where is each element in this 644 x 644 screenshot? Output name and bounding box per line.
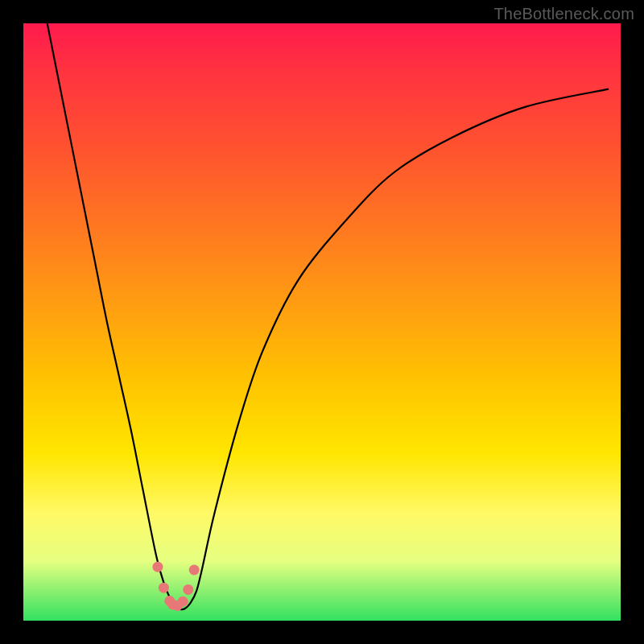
plot-area — [23, 23, 621, 621]
trough-marker — [178, 597, 188, 607]
trough-markers — [152, 562, 199, 611]
trough-marker — [189, 564, 200, 575]
curve-svg — [23, 23, 621, 621]
trough-marker — [159, 583, 169, 593]
curve-path — [47, 23, 609, 609]
trough-marker — [152, 562, 163, 572]
bottleneck-curve — [47, 23, 609, 609]
attribution-text: TheBottleneck.com — [493, 5, 634, 23]
trough-marker — [183, 584, 193, 595]
figure-container: TheBottleneck.com — [0, 0, 644, 644]
